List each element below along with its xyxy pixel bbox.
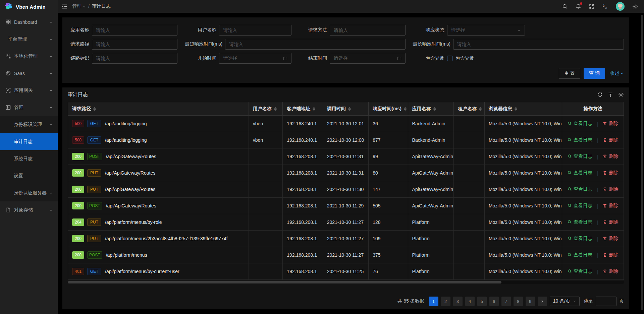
breadcrumb-item-manage[interactable]: 管理 xyxy=(72,3,86,9)
delete-button[interactable]: 删除 xyxy=(603,203,618,209)
table-row[interactable]: 200PUT/api/ApiGateway/Routes 192.168.208… xyxy=(68,181,624,198)
page-button[interactable]: 1 xyxy=(429,297,438,306)
reset-button[interactable]: 重 置 xyxy=(559,68,580,79)
row-height-icon[interactable] xyxy=(608,92,613,98)
sidebar-fold-icon[interactable] xyxy=(62,4,67,9)
page-button[interactable]: 2 xyxy=(441,297,450,306)
page-button[interactable]: 6 xyxy=(489,297,499,306)
sidebar-item-manage[interactable]: 管理 xyxy=(0,99,58,116)
delete-button[interactable]: 删除 xyxy=(603,219,618,225)
jump-page-input[interactable] xyxy=(596,297,616,306)
sort-icon[interactable] xyxy=(479,107,482,111)
sort-icon[interactable] xyxy=(313,107,315,111)
collapse-link[interactable]: 收起 xyxy=(610,70,624,76)
max-response-time-input[interactable] xyxy=(453,39,624,50)
has-exception-checkbox[interactable] xyxy=(447,56,452,61)
sidebar-submenu-item[interactable]: 系统日志 xyxy=(0,150,58,167)
sidebar-submenu-item[interactable]: 身份认证服务器 xyxy=(0,184,58,201)
column-header[interactable]: 应用名称 xyxy=(408,102,454,116)
sort-icon[interactable] xyxy=(274,107,277,111)
delete-button[interactable]: 删除 xyxy=(603,170,618,176)
view-log-button[interactable]: 查看日志 xyxy=(568,121,592,127)
delete-button[interactable]: 删除 xyxy=(603,186,618,192)
delete-button[interactable]: 删除 xyxy=(603,268,618,274)
notification-bell-icon[interactable] xyxy=(576,4,581,9)
page-button[interactable]: 7 xyxy=(501,297,511,306)
view-log-button[interactable]: 查看日志 xyxy=(568,252,592,258)
sidebar-submenu-item[interactable]: 身份标识管理 xyxy=(0,116,58,133)
min-response-time-input[interactable] xyxy=(225,39,406,50)
column-header[interactable]: 操作方法 xyxy=(562,102,624,116)
vertical-scrollbar[interactable] xyxy=(641,15,643,310)
view-log-button[interactable]: 查看日志 xyxy=(568,186,592,192)
view-log-button[interactable]: 查看日志 xyxy=(568,137,592,143)
page-button[interactable]: 5 xyxy=(477,297,487,306)
column-header[interactable]: 响应时间(ms) xyxy=(369,102,408,116)
view-log-button[interactable]: 查看日志 xyxy=(568,268,592,274)
response-status-select[interactable]: 请选择 xyxy=(447,25,525,36)
sidebar-item-platform[interactable]: 平台管理 xyxy=(0,30,58,48)
column-header[interactable]: 租户名称 xyxy=(454,102,485,116)
table-row[interactable]: 200POST/api/platform/menus 192.168.208.1… xyxy=(68,247,624,263)
delete-button[interactable]: 删除 xyxy=(603,137,618,143)
table-row[interactable]: 204PUT/api/platform/menus/by-role 192.16… xyxy=(68,214,624,231)
request-path-input[interactable] xyxy=(92,39,177,50)
page-button[interactable]: 4 xyxy=(465,297,475,306)
column-header[interactable]: 浏览器信息 xyxy=(484,102,562,116)
page-button[interactable]: 3 xyxy=(453,297,463,306)
delete-button[interactable]: 删除 xyxy=(603,121,618,127)
sidebar-submenu-item[interactable]: 审计日志 xyxy=(0,133,58,150)
sort-icon[interactable] xyxy=(404,107,407,111)
refresh-icon[interactable] xyxy=(597,92,603,98)
request-method-input[interactable] xyxy=(330,25,406,36)
sidebar-item-object-storage[interactable]: 对象存储 xyxy=(0,201,58,218)
column-settings-gear-icon[interactable] xyxy=(618,92,624,98)
page-button[interactable]: 9 xyxy=(526,297,535,306)
trace-id-input[interactable] xyxy=(92,53,177,64)
app-logo[interactable]: Vben Admin xyxy=(0,0,58,13)
search-icon[interactable] xyxy=(562,4,568,9)
column-header[interactable]: 客户端地址 xyxy=(283,102,323,116)
horizontal-scrollbar[interactable] xyxy=(68,281,624,284)
sort-icon[interactable] xyxy=(93,107,96,111)
table-row[interactable]: 500GET/api/auditing/logging vben 192.168… xyxy=(68,116,624,132)
delete-button[interactable]: 删除 xyxy=(603,236,618,242)
search-button[interactable]: 查 询 xyxy=(584,68,605,79)
sidebar-item-saas[interactable]: Saas xyxy=(0,65,58,82)
table-row[interactable]: 200PUT/api/platform/menus/2b3accf8-4fb8-… xyxy=(68,231,624,247)
sidebar-submenu-item[interactable]: 设置 xyxy=(0,167,58,184)
next-page-button[interactable] xyxy=(538,297,547,306)
app-name-input[interactable] xyxy=(92,25,177,36)
scrollbar-thumb[interactable] xyxy=(68,281,501,284)
fullscreen-icon[interactable] xyxy=(589,4,594,9)
table-row[interactable]: 200POST/api/ApiGateway/Routes 192.168.20… xyxy=(68,148,624,165)
view-log-button[interactable]: 查看日志 xyxy=(568,219,592,225)
user-name-input[interactable] xyxy=(219,25,291,36)
settings-gear-icon[interactable] xyxy=(632,4,638,9)
table-row[interactable]: 500GET/api/auditing/logging vben 192.168… xyxy=(68,132,624,148)
view-log-button[interactable]: 查看日志 xyxy=(568,236,592,242)
column-header[interactable]: 调用时间 xyxy=(323,102,369,116)
user-avatar[interactable] xyxy=(616,2,625,11)
translate-icon[interactable]: 文A xyxy=(602,3,608,9)
column-header[interactable]: 用户名称 xyxy=(249,102,282,116)
view-log-button[interactable]: 查看日志 xyxy=(568,153,592,160)
page-size-select[interactable]: 10 条/页 xyxy=(550,297,580,306)
table-row[interactable]: 401GET/api/platform/menus/by-current-use… xyxy=(68,263,624,280)
page-button[interactable]: 8 xyxy=(514,297,523,306)
sort-icon[interactable] xyxy=(433,107,436,111)
delete-button[interactable]: 删除 xyxy=(603,252,618,258)
table-row[interactable]: 200PUT/api/ApiGateway/Routes 192.168.208… xyxy=(68,165,624,181)
sort-icon[interactable] xyxy=(515,107,517,111)
sidebar-item-localization[interactable]: 本地化管理 xyxy=(0,48,58,65)
sidebar-item-gateway[interactable]: 应用网关 xyxy=(0,82,58,99)
view-log-button[interactable]: 查看日志 xyxy=(568,170,592,176)
column-header[interactable]: 请求路径 xyxy=(68,102,249,116)
table-row[interactable]: 200POST/api/ApiGateway/Routes 192.168.20… xyxy=(68,198,624,214)
sidebar-item-dashboard[interactable]: Dashboard xyxy=(0,13,58,30)
view-log-button[interactable]: 查看日志 xyxy=(568,203,592,209)
sort-icon[interactable] xyxy=(348,107,351,111)
delete-button[interactable]: 删除 xyxy=(603,153,618,160)
start-time-picker[interactable]: 请选择 xyxy=(219,53,291,64)
end-time-picker[interactable]: 请选择 xyxy=(330,53,406,64)
